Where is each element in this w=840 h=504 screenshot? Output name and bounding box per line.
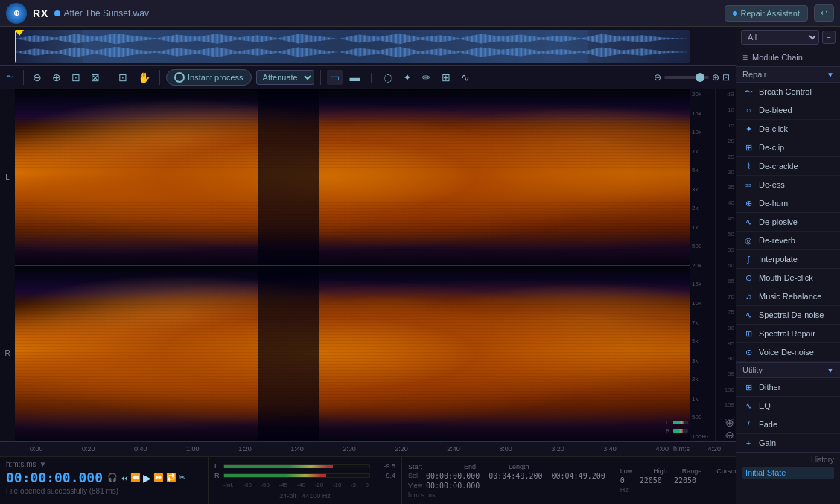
db-105: 105 bbox=[717, 402, 734, 409]
freq-select-tool[interactable]: ▬ bbox=[347, 70, 363, 85]
pencil-tool[interactable]: ∿ bbox=[458, 70, 473, 85]
interpolate-label: Interpolate bbox=[759, 255, 798, 264]
de-plosive-icon: ∿ bbox=[742, 216, 754, 228]
db-30: 30 bbox=[717, 169, 734, 176]
harmonic-tool[interactable]: ⊞ bbox=[439, 70, 454, 85]
separator-2 bbox=[109, 70, 109, 85]
low-header: Low bbox=[620, 468, 633, 475]
history-section: History Initial State bbox=[736, 452, 840, 504]
headphone-btn[interactable]: 🎧 bbox=[107, 473, 118, 482]
high-header: High bbox=[653, 468, 667, 475]
db-80: 80 bbox=[717, 325, 734, 331]
mouth-de-click-icon: ⊙ bbox=[742, 272, 754, 284]
select-tool[interactable]: ⊡ bbox=[115, 70, 130, 85]
repair-section-arrow: ▼ bbox=[827, 71, 834, 79]
music-rebalance-label: Music Rebalance bbox=[759, 292, 821, 301]
module-de-ess[interactable]: ss De-ess bbox=[736, 176, 840, 194]
timeline-marks: 0:00 0:20 0:40 1:00 1:20 1:40 2:00 2:20 … bbox=[30, 445, 721, 453]
utility-section-arrow: ▼ bbox=[827, 366, 834, 374]
freq-2k-bot: 2k bbox=[692, 376, 713, 383]
module-de-plosive[interactable]: ∿ De-plosive bbox=[736, 213, 840, 232]
overview-bar[interactable] bbox=[0, 27, 736, 66]
de-ess-icon: ss bbox=[742, 179, 754, 191]
zoom-out-button[interactable]: ⊖ bbox=[30, 70, 45, 85]
interpolate-icon: ∫ bbox=[742, 253, 754, 265]
zoom-fit-button[interactable]: ⊡ bbox=[69, 70, 83, 85]
module-breath-control[interactable]: 〜 Breath Control bbox=[736, 83, 840, 101]
magic-wand-tool[interactable]: ✦ bbox=[400, 70, 415, 85]
zoom-in-button[interactable]: ⊕ bbox=[49, 70, 64, 85]
zoom-slider[interactable] bbox=[664, 76, 709, 79]
waveform-icon[interactable]: 〜 bbox=[6, 71, 14, 83]
module-eq[interactable]: ∿ EQ bbox=[736, 397, 840, 415]
lasso-tool[interactable]: ◌ bbox=[381, 70, 395, 85]
module-de-clip[interactable]: ⊞ De-clip bbox=[736, 138, 840, 157]
db-100: 100 bbox=[717, 386, 734, 393]
time-select-tool[interactable]: | bbox=[368, 70, 377, 85]
module-chain-header: ≡ Module Chain bbox=[736, 48, 840, 67]
breath-control-icon: 〜 bbox=[742, 86, 754, 98]
zoom-plus-v[interactable]: ⊕ bbox=[712, 72, 719, 83]
history-initial-state[interactable]: Initial State bbox=[742, 467, 834, 479]
module-dither[interactable]: ⊞ Dither bbox=[736, 378, 840, 397]
music-rebalance-icon: ♫ bbox=[742, 290, 754, 302]
module-de-click[interactable]: ✦ De-click bbox=[736, 120, 840, 138]
eq-icon: ∿ bbox=[742, 400, 754, 412]
app-name: RX bbox=[33, 7, 48, 19]
prev-btn[interactable]: ⏪ bbox=[130, 473, 141, 482]
go-start-btn[interactable]: ⏮ bbox=[120, 473, 128, 482]
de-clip-icon: ⊞ bbox=[742, 141, 754, 153]
voice-de-noise-label: Voice De-noise bbox=[759, 348, 814, 357]
zoom-out-spec-button[interactable]: ⊖ bbox=[725, 430, 734, 440]
zoom-in-spec-button[interactable]: ⊕ bbox=[725, 418, 734, 428]
module-de-bleed[interactable]: ○ De-bleed bbox=[736, 101, 840, 120]
repair-section-header[interactable]: Repair ▼ bbox=[736, 67, 840, 83]
de-ess-label: De-ess bbox=[759, 180, 785, 189]
status-message: File opened successfully (881 ms) bbox=[6, 487, 202, 495]
brush-tool[interactable]: ✏ bbox=[419, 70, 434, 85]
instant-process-button[interactable]: Instant process bbox=[166, 69, 252, 86]
hand-tool[interactable]: ✋ bbox=[135, 70, 153, 85]
module-fade[interactable]: / Fade bbox=[736, 415, 840, 434]
module-gain[interactable]: + Gain bbox=[736, 434, 840, 452]
db-85: 85 bbox=[717, 340, 734, 347]
play-btn[interactable]: ▶ bbox=[143, 472, 151, 484]
spectrogram-container[interactable]: L R bbox=[0, 89, 736, 441]
module-music-rebalance[interactable]: ♫ Music Rebalance bbox=[736, 287, 840, 306]
module-de-hum[interactable]: ⊕ De-hum bbox=[736, 194, 840, 213]
module-spectral-repair[interactable]: ⊞ Spectral Repair bbox=[736, 325, 840, 343]
zoom-minus-v[interactable]: ⊖ bbox=[654, 72, 661, 83]
back-button[interactable]: ↩ bbox=[814, 4, 834, 22]
mark-40: 0:40 bbox=[134, 445, 147, 453]
mark-400: 4:00 bbox=[655, 445, 669, 453]
zoom-sel-button[interactable]: ⊠ bbox=[88, 70, 103, 85]
attenuate-select[interactable]: Attenuate bbox=[256, 70, 314, 85]
zoom-handle[interactable] bbox=[696, 73, 704, 82]
utility-section-header[interactable]: Utility ▼ bbox=[736, 362, 840, 378]
filter-menu-button[interactable]: ≡ bbox=[822, 31, 836, 44]
db-45: 45 bbox=[717, 215, 734, 222]
de-crackle-label: De-crackle bbox=[759, 162, 798, 170]
loop-btn[interactable]: 🔁 bbox=[166, 473, 176, 482]
time-unit-label: h:m:s.ms bbox=[408, 491, 605, 499]
fade-icon: / bbox=[742, 418, 754, 430]
module-interpolate[interactable]: ∫ Interpolate bbox=[736, 250, 840, 269]
module-spectral-de-noise[interactable]: ∿ Spectral De-noise bbox=[736, 306, 840, 325]
start-header: Start bbox=[408, 463, 422, 470]
module-de-reverb[interactable]: ◎ De-reverb bbox=[736, 232, 840, 250]
db-75: 75 bbox=[717, 309, 734, 316]
high-val: 22050 bbox=[640, 476, 662, 485]
fade-label: Fade bbox=[759, 420, 777, 429]
module-mouth-de-click[interactable]: ⊙ Mouth De-click bbox=[736, 269, 840, 287]
rect-select-tool[interactable]: ▭ bbox=[327, 70, 343, 85]
clip-btn[interactable]: ✂ bbox=[179, 473, 185, 482]
overview-waveform[interactable] bbox=[15, 30, 690, 63]
module-voice-de-noise[interactable]: ⊙ Voice De-noise bbox=[736, 343, 840, 362]
next-btn[interactable]: ⏩ bbox=[153, 473, 164, 482]
module-de-crackle[interactable]: ⌇ De-crackle bbox=[736, 157, 840, 176]
zoom-fit-v[interactable]: ⊡ bbox=[722, 72, 730, 83]
repair-assistant-button[interactable]: Repair Assistant bbox=[725, 5, 808, 22]
db-10: 10 bbox=[717, 106, 734, 113]
module-filter-select[interactable]: All bbox=[741, 30, 819, 45]
right-channel-label: R bbox=[0, 266, 15, 442]
